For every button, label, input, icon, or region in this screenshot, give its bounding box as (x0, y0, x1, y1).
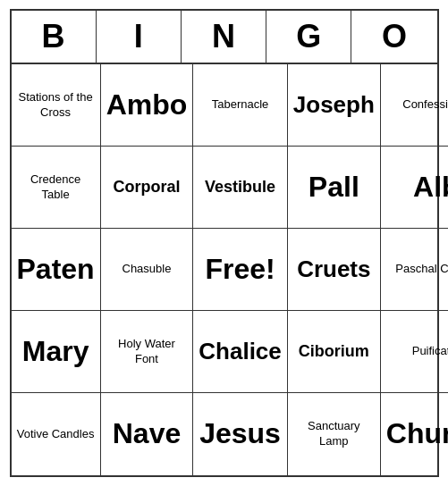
cell-text: Puificator (412, 344, 448, 359)
bingo-cell: Cruets (288, 229, 381, 311)
bingo-cell: Joseph (288, 64, 381, 147)
cell-text: Alb (413, 169, 448, 206)
header-letter: O (351, 11, 436, 63)
bingo-cell: Free! (193, 229, 288, 311)
bingo-cell: Tabernacle (193, 64, 288, 147)
cell-text: Sanctuary Lamp (293, 419, 375, 449)
bingo-cell: Vestibule (193, 147, 288, 229)
cell-text: Free! (205, 251, 275, 289)
bingo-cell: Jesus (193, 393, 288, 475)
bingo-cell: Alb (381, 147, 448, 229)
cell-text: Ambo (106, 87, 188, 124)
bingo-cell: Ciborium (288, 311, 381, 393)
bingo-cell: Paschal Candle (381, 229, 448, 311)
bingo-cell: Stations of the Cross (12, 64, 101, 147)
bingo-card: BINGO Stations of the CrossAmboTabernacl… (10, 9, 439, 477)
cell-text: Confessional (402, 97, 448, 113)
cell-text: Nave (113, 415, 182, 453)
cell-text: Chalice (199, 337, 282, 367)
header-letter: N (182, 11, 266, 63)
bingo-cell: Chalice (193, 311, 288, 393)
cell-text: Stations of the Cross (17, 90, 95, 121)
cell-text: Chasuble (123, 262, 172, 277)
cell-text: Ciborium (299, 341, 369, 362)
bingo-header: BINGO (12, 11, 437, 64)
cell-text: Vestibule (205, 177, 275, 197)
cell-text: Paschal Candle (395, 262, 448, 277)
cell-text: Votive Candles (17, 427, 95, 442)
bingo-cell: Ambo (101, 64, 194, 147)
bingo-cell: Confessional (381, 64, 448, 147)
cell-text: Church (386, 415, 448, 453)
bingo-cell: Holy Water Font (101, 311, 194, 393)
bingo-cell: Mary (12, 311, 101, 393)
cell-text: Credence Table (17, 172, 95, 203)
header-letter: I (97, 11, 182, 63)
bingo-grid: Stations of the CrossAmboTabernacleJosep… (12, 64, 437, 475)
bingo-cell: Nave (101, 393, 194, 475)
bingo-cell: Paten (12, 229, 101, 311)
cell-text: Corporal (113, 177, 180, 197)
bingo-cell: Church (381, 393, 448, 475)
bingo-cell: Corporal (101, 147, 194, 229)
cell-text: Jesus (199, 415, 281, 453)
bingo-cell: Credence Table (12, 147, 101, 229)
bingo-cell: Puificator (381, 311, 448, 393)
bingo-cell: Pall (288, 147, 381, 229)
bingo-cell: Sanctuary Lamp (288, 393, 381, 475)
cell-text: Joseph (293, 90, 375, 121)
cell-text: Holy Water Font (106, 337, 188, 367)
cell-text: Cruets (297, 255, 370, 285)
header-letter: B (12, 11, 97, 63)
cell-text: Paten (17, 251, 95, 289)
cell-text: Mary (22, 333, 89, 371)
header-letter: G (266, 11, 351, 63)
cell-text: Pall (309, 169, 359, 206)
bingo-cell: Votive Candles (12, 393, 101, 475)
bingo-cell: Chasuble (101, 229, 194, 311)
cell-text: Tabernacle (212, 97, 269, 113)
